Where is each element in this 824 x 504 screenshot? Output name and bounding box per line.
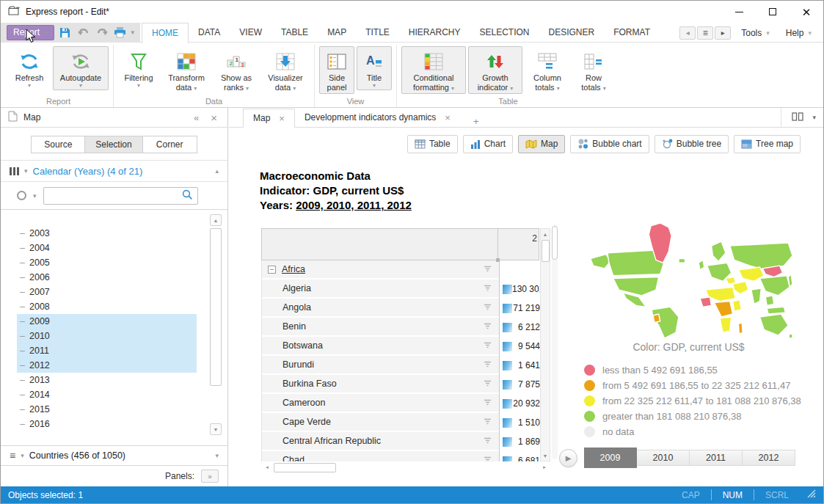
- scrollbar-thumb[interactable]: [542, 240, 550, 262]
- view-bubble-tree-button[interactable]: Bubble tree: [655, 135, 729, 153]
- visualizer-data-button[interactable]: Visualizer data ▾: [261, 46, 310, 94]
- minimize-button[interactable]: [722, 1, 756, 23]
- title-button[interactable]: A Title ▾: [357, 46, 392, 90]
- print-button[interactable]: [113, 25, 128, 40]
- years-scrollbar[interactable]: ▲ ▼: [210, 214, 222, 441]
- redo-button[interactable]: [95, 25, 109, 40]
- filter-icon[interactable]: [484, 283, 492, 293]
- grid-corner-cell[interactable]: [261, 228, 498, 260]
- scroll-down-icon[interactable]: ▼: [210, 423, 222, 435]
- doc-tab-development-indicators[interactable]: Development indicators dynamics ×: [295, 108, 460, 127]
- countries-section-header[interactable]: ≡ ▾ Countries (456 of 1050) ▾: [1, 445, 227, 465]
- conditional-formatting-button[interactable]: Conditional formatting ▾: [401, 46, 466, 94]
- scroll-tabs-left-button[interactable]: ◂: [679, 26, 696, 40]
- country-label[interactable]: Central African Republic: [282, 436, 381, 446]
- tab-source[interactable]: Source: [31, 136, 85, 153]
- tab-map[interactable]: MAP: [318, 23, 356, 43]
- timeline-year-2010[interactable]: 2010: [637, 450, 690, 466]
- row-totals-button[interactable]: Row totals ▾: [572, 46, 615, 94]
- year-item[interactable]: –2005: [17, 255, 197, 270]
- panels-expand-button[interactable]: »: [201, 470, 219, 483]
- year-item[interactable]: –2007: [17, 285, 197, 299]
- autoupdate-button[interactable]: Autoupdate ▾: [53, 46, 109, 90]
- tab-title[interactable]: TITLE: [356, 23, 399, 43]
- value-cell[interactable]: 1 641: [512, 360, 540, 370]
- year-item[interactable]: –2004: [17, 241, 197, 255]
- chevron-down-icon[interactable]: ▾: [131, 29, 135, 36]
- collapse-section-icon[interactable]: ▴: [215, 167, 219, 175]
- tools-menu[interactable]: Tools ▾: [735, 28, 776, 38]
- tab-format[interactable]: FORMAT: [604, 23, 660, 43]
- filter-icon[interactable]: [484, 321, 492, 332]
- scroll-left-icon[interactable]: ◂: [261, 461, 273, 473]
- year-item[interactable]: –2013: [17, 373, 197, 387]
- view-tree-map-button[interactable]: Tree map: [734, 135, 801, 153]
- country-label[interactable]: Chad: [282, 455, 305, 461]
- filter-icon[interactable]: [484, 302, 492, 313]
- table-row[interactable]: Burundi 1 641: [262, 356, 550, 375]
- filter-icon[interactable]: [484, 340, 492, 351]
- chevron-down-icon[interactable]: ▾: [21, 452, 24, 459]
- split-view-icon[interactable]: [792, 112, 803, 123]
- new-tab-button[interactable]: +: [460, 116, 492, 127]
- country-label[interactable]: Cameroon: [282, 398, 325, 408]
- country-label[interactable]: Benin: [282, 321, 306, 332]
- grid-column-header[interactable]: 2: [497, 228, 539, 260]
- tab-data[interactable]: DATA: [189, 23, 230, 43]
- year-item-selected[interactable]: –2011: [17, 343, 197, 358]
- table-row[interactable]: Chad 6 681: [262, 451, 550, 461]
- year-item-selected[interactable]: –2010: [17, 329, 197, 343]
- tab-view[interactable]: VIEW: [230, 23, 271, 43]
- chevron-down-icon[interactable]: ▾: [33, 192, 37, 200]
- content-vertical-scrollbar[interactable]: [552, 224, 558, 459]
- scrollbar-thumb[interactable]: [210, 228, 222, 386]
- tab-designer[interactable]: DESIGNER: [539, 23, 605, 43]
- country-label[interactable]: Botswana: [282, 340, 323, 351]
- country-label[interactable]: Burundi: [282, 359, 314, 370]
- tab-corner[interactable]: Corner: [143, 136, 197, 153]
- year-item[interactable]: –2006: [17, 270, 197, 285]
- year-item[interactable]: –2003: [17, 226, 197, 241]
- year-item-selected[interactable]: –2012: [17, 358, 197, 373]
- undo-button[interactable]: [76, 25, 91, 40]
- year-item[interactable]: –2008: [17, 299, 197, 314]
- close-tab-icon[interactable]: ×: [445, 112, 451, 123]
- scrollbar-thumb[interactable]: [552, 226, 558, 260]
- value-cell[interactable]: 6 212: [512, 322, 540, 332]
- country-label[interactable]: Cape Verde: [282, 417, 331, 427]
- scroll-down-icon[interactable]: ▼: [541, 450, 550, 461]
- countries-title[interactable]: Countries (456 of 1050): [29, 450, 125, 461]
- year-item-selected[interactable]: –2009: [17, 314, 197, 329]
- filter-icon[interactable]: [484, 417, 492, 427]
- table-row[interactable]: Cameroon 20 932: [262, 394, 550, 413]
- filter-icon[interactable]: [484, 264, 492, 274]
- column-totals-button[interactable]: Column totals ▾: [525, 46, 570, 94]
- group-label[interactable]: Africa: [282, 264, 305, 274]
- view-table-button[interactable]: Table: [407, 135, 458, 153]
- scroll-up-icon[interactable]: ▲: [541, 229, 550, 239]
- close-tab-icon[interactable]: ×: [279, 113, 285, 124]
- value-cell[interactable]: 9 544: [512, 341, 540, 351]
- growth-indicator-button[interactable]: Growth indicator ▾: [468, 46, 522, 94]
- value-cell[interactable]: 1 869: [512, 437, 540, 447]
- scroll-tabs-right-button[interactable]: ▸: [715, 26, 731, 40]
- dimension-title[interactable]: Calendar (Years) (4 of 21): [33, 166, 143, 177]
- value-cell[interactable]: 7 875: [512, 379, 540, 390]
- resize-grip[interactable]: [807, 489, 816, 500]
- table-row[interactable]: Burkina Faso 7 875: [262, 375, 550, 394]
- scroll-right-icon[interactable]: ▸: [539, 461, 550, 473]
- filter-icon[interactable]: [484, 359, 492, 370]
- country-label[interactable]: Burkina Faso: [282, 379, 337, 389]
- dimension-header[interactable]: ▾ Calendar (Years) (4 of 21) ▴: [1, 160, 227, 182]
- expand-section-icon[interactable]: ▾: [215, 452, 219, 459]
- chevron-down-icon[interactable]: ▾: [812, 114, 816, 121]
- report-menu-button[interactable]: Report ▾: [7, 25, 54, 40]
- selection-mode-icon[interactable]: [17, 191, 26, 200]
- transform-data-button[interactable]: Transform data ▾: [161, 46, 211, 94]
- filter-icon[interactable]: [484, 398, 492, 408]
- country-label[interactable]: Angola: [282, 302, 311, 313]
- value-cell[interactable]: 130 301: [512, 284, 540, 294]
- value-cell[interactable]: 6 681: [512, 456, 540, 461]
- filter-icon[interactable]: [484, 455, 492, 461]
- tab-table[interactable]: TABLE: [271, 23, 318, 43]
